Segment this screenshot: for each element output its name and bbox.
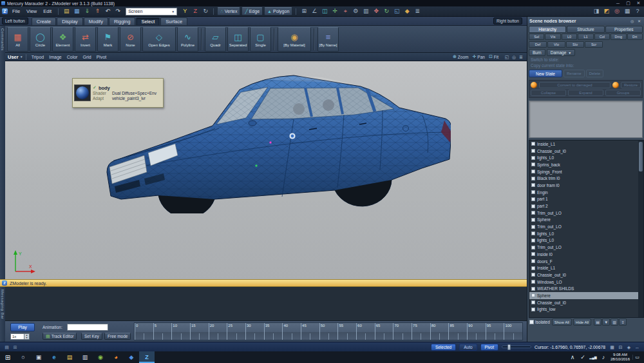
node-row[interactable]: Windows_LO: [529, 279, 638, 286]
node-visibility-checkbox[interactable]: [531, 162, 535, 166]
viewport-menu-image[interactable]: Image: [46, 55, 64, 59]
zoom-control[interactable]: ⊕Zoom: [453, 54, 469, 59]
mirror-icon[interactable]: ◫: [320, 8, 329, 15]
tray-expand-icon[interactable]: ∧: [568, 353, 577, 361]
redo-icon[interactable]: ↷: [113, 8, 122, 15]
action-center-icon[interactable]: ▭: [632, 355, 641, 360]
scrollbar-thumb[interactable]: [639, 142, 643, 172]
node-row[interactable]: Trim_out_LO: [529, 210, 638, 217]
select-separated-button[interactable]: ◫Separated: [227, 27, 249, 52]
node-row[interactable]: Chassie_out_l0: [529, 299, 638, 306]
snap-toggle-icon[interactable]: ◆: [402, 8, 412, 15]
select-open-edges-button[interactable]: ◇Open Edges: [142, 27, 176, 52]
pivot-mode-button[interactable]: Pivot: [480, 344, 498, 351]
camera-icon[interactable]: ◎: [511, 53, 517, 61]
state-button-drt[interactable]: Drt: [627, 34, 643, 40]
select-invert-button[interactable]: ⇄Invert: [75, 27, 96, 52]
node-visibility-checkbox[interactable]: [531, 293, 535, 297]
state-button-vlo[interactable]: Vlo: [547, 41, 565, 48]
tab-rigging[interactable]: Rigging: [109, 17, 135, 25]
node-visibility-checkbox[interactable]: [531, 280, 535, 284]
menu-file[interactable]: File: [9, 7, 23, 15]
store-icon[interactable]: ▥: [77, 351, 93, 363]
node-row[interactable]: Sphere: [529, 292, 638, 299]
select-element-button[interactable]: ❖Element: [52, 27, 73, 52]
export-icon[interactable]: ⇑: [93, 8, 102, 15]
scale-tool-icon[interactable]: ◱: [392, 8, 401, 15]
ghost-button[interactable]: Rename: [564, 70, 585, 77]
node-visibility-checkbox[interactable]: [531, 204, 535, 208]
node-visibility-checkbox[interactable]: [531, 252, 535, 256]
state-button-slo[interactable]: Slo: [566, 41, 584, 48]
maximize-button[interactable]: ▢: [624, 1, 632, 6]
node-visibility-checkbox[interactable]: [531, 300, 535, 304]
settings-icon[interactable]: ⚙: [351, 8, 360, 15]
node-row[interactable]: doors_F: [529, 258, 638, 265]
node-visibility-checkbox[interactable]: [531, 308, 535, 311]
node-visibility-checkbox[interactable]: [531, 225, 535, 229]
edge-toggle[interactable]: ╱Edge: [242, 7, 263, 15]
tab-select[interactable]: Select: [136, 17, 160, 25]
volume-icon[interactable]: ♪: [599, 353, 608, 361]
node-visibility-checkbox[interactable]: [531, 183, 535, 187]
node-visibility-checkbox[interactable]: [531, 218, 535, 222]
firefox-icon[interactable]: ◕: [108, 351, 124, 363]
list-view-icon[interactable]: ▤: [594, 319, 601, 326]
zmodeler-taskbar-icon[interactable]: Z: [139, 351, 155, 363]
pan-lock-icon[interactable]: ↔: [634, 343, 641, 351]
grid-status-icon[interactable]: ⊞: [12, 343, 19, 351]
tab-display[interactable]: Display: [57, 17, 83, 25]
rotate-tool-icon[interactable]: ↻: [382, 8, 391, 15]
select-none-button[interactable]: ⊘None: [120, 27, 141, 52]
snap-magnet-icon[interactable]: ◈: [625, 343, 632, 351]
state-button-scr[interactable]: Scr: [585, 41, 603, 48]
node-visibility-checkbox[interactable]: [531, 149, 535, 153]
layout-icon[interactable]: ▦: [623, 8, 632, 15]
move-tool-icon[interactable]: ✥: [372, 8, 381, 15]
material-editor-icon[interactable]: ◩: [602, 8, 611, 15]
group-button[interactable]: Expand: [568, 90, 603, 96]
damage-dropdown[interactable]: Damage ▼: [547, 49, 576, 56]
node-row[interactable]: Spings_Front: [529, 168, 638, 175]
view-options-icon[interactable]: ≣: [518, 53, 524, 61]
file-explorer-icon[interactable]: ▤: [62, 351, 77, 363]
node-row[interactable]: lights_L0: [529, 154, 638, 161]
set-key-button[interactable]: Set Key: [81, 333, 102, 340]
select-single-button[interactable]: ▢Single: [250, 27, 271, 52]
undo-icon[interactable]: ↶: [103, 8, 112, 15]
help-icon[interactable]: ?: [633, 8, 642, 15]
close-button[interactable]: ✕: [634, 1, 643, 6]
state-button-col[interactable]: Col: [594, 34, 610, 40]
node-row[interactable]: Black trim l0: [529, 175, 638, 182]
browser-tab-structure[interactable]: Structure: [567, 26, 604, 33]
show-all-button[interactable]: Show All: [552, 319, 572, 326]
menu-view[interactable]: View: [23, 7, 40, 15]
pan-control[interactable]: ✛Pan: [472, 54, 484, 59]
open-file-icon[interactable]: ▤: [62, 8, 71, 15]
isolated-checkbox[interactable]: [529, 320, 534, 324]
pin-panel-icon[interactable]: ◎: [629, 18, 635, 24]
convert-damaged-button[interactable]: Convert to damaged: [539, 82, 611, 88]
scene-browser-toggle-icon[interactable]: ◨: [592, 8, 601, 15]
node-row[interactable]: Inside_L1: [529, 141, 638, 148]
node-row[interactable]: Sprins_back: [529, 161, 638, 168]
free-mode-button[interactable]: Free mode: [104, 333, 131, 340]
view-selector[interactable]: User ▼: [8, 54, 23, 60]
node-visibility-checkbox[interactable]: [531, 266, 535, 270]
maximize-view-icon[interactable]: ◱: [504, 53, 510, 61]
new-state-button[interactable]: New State: [529, 70, 562, 77]
state-button-dmg[interactable]: Dmg: [611, 34, 626, 40]
node-visibility-checkbox[interactable]: [531, 246, 535, 250]
state-button-l1[interactable]: L1: [578, 34, 593, 40]
task-view-icon[interactable]: ▣: [31, 351, 46, 363]
node-row[interactable]: Engin: [529, 189, 638, 196]
message-log-icon[interactable]: ▤: [3, 343, 10, 351]
import-icon[interactable]: ⇓: [82, 8, 91, 15]
screen-select[interactable]: Screen ▼: [126, 8, 177, 15]
browser-tab-hierarchy[interactable]: Hierarchy: [529, 26, 566, 33]
select-by-name-button[interactable]: ≡[By Name]: [317, 27, 339, 52]
node-list-scrollbar[interactable]: [638, 141, 643, 317]
node-visibility-checkbox[interactable]: [531, 211, 535, 215]
viewport-menu-tripod[interactable]: Tripod: [29, 55, 47, 59]
search-icon[interactable]: ○: [15, 351, 31, 363]
